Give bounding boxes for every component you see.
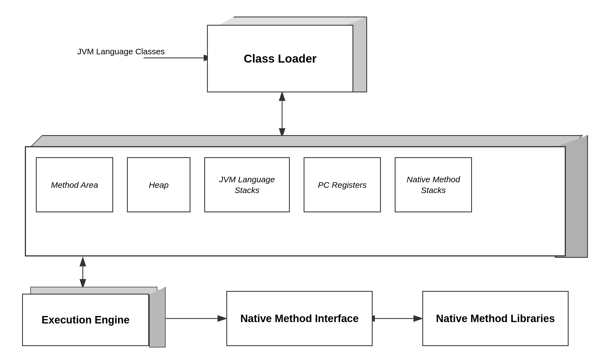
method-area-label: Method Area xyxy=(51,180,98,190)
pc-registers-box: PC Registers xyxy=(304,157,381,212)
native-method-interface-label: Native Method Interface xyxy=(240,313,359,325)
execution-engine-box: Execution Engine xyxy=(22,287,163,350)
native-method-stacks-label: Native Method Stacks xyxy=(401,174,466,196)
diagram: JVM Language Classes Class Loader JVM Me… xyxy=(0,0,610,364)
heap-box: Heap xyxy=(127,157,190,212)
pc-registers-label: PC Registers xyxy=(318,180,367,190)
native-method-interface-box: Native Method Interface xyxy=(226,291,373,346)
jvm-lang-stacks-box: JVM Language Stacks xyxy=(204,157,290,212)
exec-engine-front-face: Execution Engine xyxy=(22,294,149,346)
memory-boxes-container: Method Area Heap JVM Language Stacks PC … xyxy=(36,157,472,212)
class-loader-label: Class Loader xyxy=(244,52,317,65)
class-loader-front-face: Class Loader xyxy=(207,25,353,92)
native-method-libraries-box: Native Method Libraries xyxy=(422,291,569,346)
exec-engine-label: Execution Engine xyxy=(42,314,130,326)
jvm-memory-top-face xyxy=(30,135,583,148)
exec-engine-side-face xyxy=(149,287,166,347)
native-method-libraries-label: Native Method Libraries xyxy=(436,313,555,325)
class-loader-box: Class Loader xyxy=(207,17,367,97)
jvm-lang-stacks-label: JVM Language Stacks xyxy=(211,174,283,196)
native-method-stacks-box: Native Method Stacks xyxy=(395,157,472,212)
heap-label: Heap xyxy=(149,180,169,190)
jvm-lang-classes-label: JVM Language Classes xyxy=(77,47,165,56)
method-area-box: Method Area xyxy=(36,157,113,212)
